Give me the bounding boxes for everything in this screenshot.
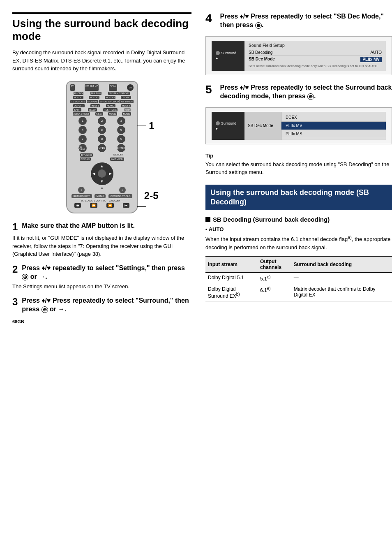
table-row: Dolby Digital 5.1 5.1e) — <box>205 272 392 284</box>
tip-box: Tip You can select the surround back dec… <box>205 153 392 176</box>
table-header-output: Output channels <box>258 256 291 273</box>
table-cell-surround-2: Matrix decoder that confirms to Dolby Di… <box>291 284 392 301</box>
table-cell-surround-1: — <box>291 272 392 284</box>
auto-label: • AUTO <box>205 226 392 232</box>
step-2: 2 Press ♦/♥ repeatedly to select "Settin… <box>12 264 191 291</box>
step-5: 5 Press ♦/♥ Press repeatedly to select t… <box>205 83 392 144</box>
callout-label-1: 1 <box>149 120 154 132</box>
table-header-input: Input stream <box>205 256 258 273</box>
step-2-title: Press ♦/♥ repeatedly to select "Settings… <box>22 264 185 280</box>
tip-text: You can select the surround back decodin… <box>205 160 392 176</box>
step-4-screen: Surround ▶ Sound Field Setup SB Decoding… <box>205 36 392 75</box>
table-cell-output-1: 5.1e) <box>258 272 291 284</box>
black-square-icon <box>205 217 210 222</box>
remote-image: TV RM SET UP AV 1/↕ I/⊙ PHONO MULTI IN S… <box>66 81 138 213</box>
sb-section-header: Using the surround back decoding mode (S… <box>205 185 392 211</box>
page-number: 68GB <box>12 319 191 324</box>
table-cell-input-1: Dolby Digital 5.1 <box>205 272 258 284</box>
step-1-body: If it is not lit, or "GUI MODE" is not d… <box>12 234 191 258</box>
table-row: Dolby Digital Surround EXb) 6.1e) Matrix… <box>205 284 392 301</box>
step-4: 4 Press ♦/♥ Press repeatedly to select "… <box>205 12 392 75</box>
step-5-screen: Surround ▶ SB Dec Mode DDEX PLIIx MV PLI… <box>205 107 392 144</box>
page-title: Using the surround back decoding mode <box>12 12 191 43</box>
auto-text: When the input stream contains the 6.1 c… <box>205 234 392 251</box>
step-2-body: The Settings menu list appears on the TV… <box>12 283 191 291</box>
table-cell-output-2: 6.1e) <box>258 284 291 301</box>
sb-decoding-block: SB Decoding (Surround back decoding) • A… <box>205 216 392 301</box>
intro-text: By decoding the surround back signal rec… <box>12 49 191 73</box>
step-1: 1 Make sure that the AMP button is lit. … <box>12 222 191 258</box>
step-3: 3 Press ♦/♥ Press repeatedly to select "… <box>12 297 191 314</box>
callout-label-25: 2-5 <box>144 190 159 202</box>
table-cell-input-2: Dolby Digital Surround EXb) <box>205 284 258 301</box>
table-header-surround: Surround back decoding <box>291 256 392 273</box>
step-3-title: Press ♦/♥ Press repeatedly to select "Su… <box>22 297 189 313</box>
decode-table: Input stream Output channels Surround ba… <box>205 256 392 301</box>
step-1-title: Make sure that the AMP button is lit. <box>22 222 135 229</box>
